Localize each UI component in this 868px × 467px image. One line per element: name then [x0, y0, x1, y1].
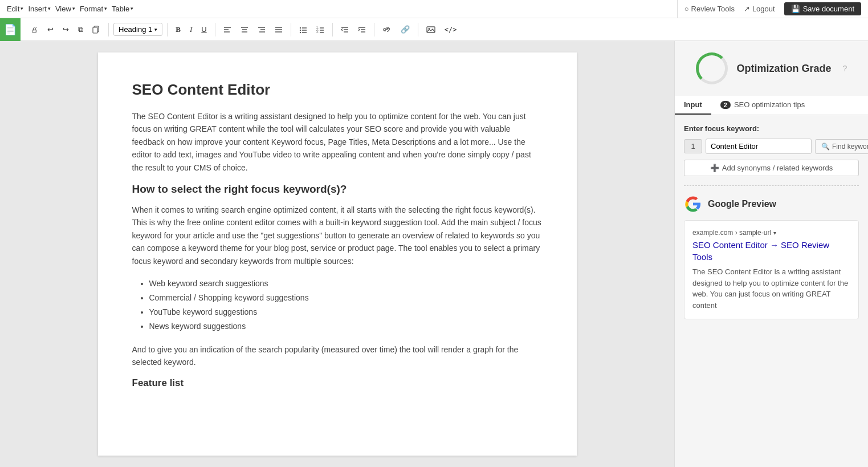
menu-insert-arrow: ▾: [48, 6, 51, 11]
list-item: YouTube keyword suggestions: [149, 305, 543, 319]
separator-3: [215, 23, 215, 36]
align-right-button[interactable]: [254, 23, 269, 36]
keyword-input[interactable]: [706, 139, 812, 154]
print-button[interactable]: 🖨: [27, 23, 42, 36]
separator-7: [418, 23, 418, 36]
google-preview-description: The SEO Content Editor is a writing assi…: [692, 266, 850, 311]
editor-area: SEO Content Editor The SEO Content Edito…: [0, 41, 674, 467]
google-logo: [684, 195, 702, 213]
document-paragraph-3: And to give you an indication of the sea…: [132, 343, 543, 369]
google-preview-url: example.com › sample-url ▾: [692, 229, 850, 237]
google-preview-title: Google Preview: [708, 199, 776, 209]
numbered-list-icon: 1.2.3.: [316, 26, 324, 34]
search-icon: 🔍: [821, 143, 830, 151]
review-tools-link[interactable]: ○ Review Tools: [684, 5, 735, 13]
document[interactable]: SEO Content Editor The SEO Content Edito…: [98, 52, 577, 456]
optimization-grade-title: Optimization Grade: [737, 63, 832, 75]
paste-icon: [92, 26, 100, 34]
heading-select[interactable]: Heading 1 ▾: [113, 23, 162, 36]
list-item: News keyword suggestions: [149, 319, 543, 334]
unordered-list-button[interactable]: [296, 23, 311, 36]
google-preview-link[interactable]: SEO Content Editor → SEO Review Tools: [692, 239, 850, 263]
heading-arrow-icon: ▾: [154, 27, 157, 33]
align-justify-icon: [275, 26, 283, 34]
panel-tabs: Input 2 SEO optimization tips: [675, 96, 868, 115]
find-keywords-button[interactable]: 🔍 Find keywords: [815, 139, 868, 154]
menu-view[interactable]: View ▾: [53, 5, 78, 13]
separator-5: [332, 23, 333, 36]
keyword-row: 1 🔍 Find keywords: [684, 139, 859, 154]
menu-format-arrow: ▾: [104, 6, 107, 11]
svg-text:3.: 3.: [316, 30, 319, 34]
toolbar: 📄 🖨 ↩ ↪ ⧉ Heading 1 ▾ B I U 1.2.3.: [0, 18, 868, 41]
plus-icon: ➕: [710, 164, 719, 172]
tab-input[interactable]: Input: [675, 96, 711, 115]
align-justify-button[interactable]: [271, 23, 286, 36]
menu-view-arrow: ▾: [72, 6, 75, 11]
link-icon: [382, 26, 392, 34]
align-center-icon: [241, 26, 248, 34]
align-right-icon: [258, 26, 266, 34]
italic-button[interactable]: I: [186, 23, 195, 36]
separator-1: [108, 23, 109, 36]
menu-edit[interactable]: Edit ▾: [5, 5, 26, 13]
google-preview-header: Google Preview: [684, 195, 859, 213]
divider: [684, 185, 859, 186]
align-left-button[interactable]: [220, 23, 235, 36]
list-item: Commercial / Shopping keyword suggestion…: [149, 291, 543, 305]
undo-button[interactable]: ↩: [44, 23, 57, 36]
panel-content: Enter focus keyword: 1 🔍 Find keywords ➕…: [675, 115, 868, 467]
align-center-button[interactable]: [237, 23, 252, 36]
underline-button[interactable]: U: [198, 23, 210, 36]
optimization-grade-circle: [696, 52, 728, 84]
separator-4: [291, 23, 291, 36]
logout-link[interactable]: ↗ Logout: [744, 5, 775, 13]
document-heading-3: Feature list: [132, 377, 543, 389]
right-panel: Optimization Grade ? Input 2 SEO optimiz…: [674, 41, 868, 467]
link-button[interactable]: [379, 23, 395, 36]
image-button[interactable]: [423, 23, 439, 36]
paste-button[interactable]: [89, 23, 104, 36]
keyword-label: Enter focus keyword:: [684, 124, 859, 133]
app-icon: 📄: [4, 23, 17, 36]
align-left-icon: [223, 26, 231, 34]
unlink-button[interactable]: 🔗: [397, 23, 413, 36]
indent-button[interactable]: [354, 23, 369, 36]
save-icon: 💾: [791, 5, 800, 13]
svg-point-16: [299, 29, 300, 30]
bullet-list-icon: [299, 26, 307, 34]
document-title: SEO Content Editor: [132, 81, 543, 99]
logout-icon: ↗: [744, 5, 750, 13]
keyword-number: 1: [684, 139, 702, 153]
menu-table[interactable]: Table ▾: [109, 5, 136, 13]
synonyms-button[interactable]: ➕ Add synonyms / related keywords: [684, 160, 859, 176]
svg-rect-1: [93, 27, 97, 33]
tab-seo-tips[interactable]: 2 SEO optimization tips: [711, 96, 814, 115]
document-paragraph-2: When it comes to writing search engine o…: [132, 204, 543, 267]
image-icon: [426, 26, 435, 34]
google-preview-box: example.com › sample-url ▾ SEO Content E…: [684, 220, 859, 319]
optimization-grade-info-icon[interactable]: ?: [843, 64, 847, 73]
document-paragraph-1: The SEO Content Editor is a writing assi…: [132, 110, 543, 174]
menu-insert[interactable]: Insert ▾: [26, 5, 53, 13]
list-item: Web keyword search suggestions: [149, 277, 543, 291]
outdent-icon: [341, 26, 349, 34]
document-heading-2: How to select the right focus keyword(s)…: [132, 183, 543, 196]
outdent-button[interactable]: [337, 23, 352, 36]
svg-point-18: [299, 31, 300, 33]
bold-button[interactable]: B: [172, 23, 184, 36]
review-tools-icon: ○: [684, 5, 689, 13]
menu-format[interactable]: Format ▾: [78, 5, 109, 13]
code-button[interactable]: </>: [441, 23, 461, 36]
ordered-list-button[interactable]: 1.2.3.: [313, 23, 328, 36]
dropdown-icon: ▾: [773, 230, 776, 236]
copy-button[interactable]: ⧉: [75, 23, 87, 36]
menu-edit-arrow: ▾: [21, 6, 23, 11]
redo-button[interactable]: ↪: [59, 23, 72, 36]
svg-point-14: [299, 27, 300, 28]
indent-icon: [358, 26, 366, 34]
menu-table-arrow: ▾: [131, 6, 133, 11]
save-document-button[interactable]: 💾 Save document: [784, 2, 861, 15]
separator-2: [167, 23, 168, 36]
document-list: Web keyword search suggestions Commercia…: [149, 277, 543, 334]
